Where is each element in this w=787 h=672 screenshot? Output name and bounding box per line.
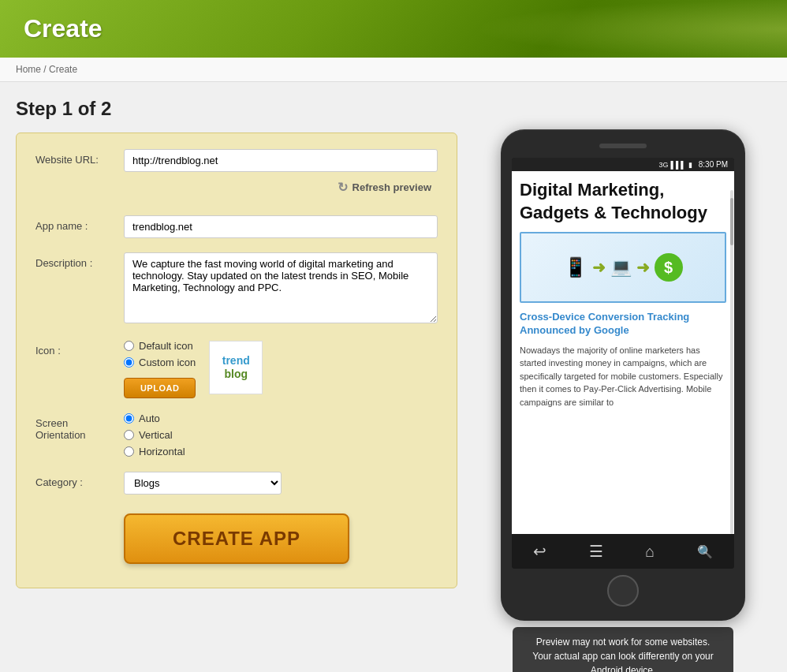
website-url-wrap: ↻ Refresh preview xyxy=(124,149,438,201)
category-select[interactable]: Blogs News Technology Business Entertain… xyxy=(124,472,282,495)
screen-orientation-row: Screen Orientation Auto Vertical Horizon… xyxy=(35,413,438,457)
left-panel: Step 1 of 2 Website URL: ↻ Refresh previ… xyxy=(16,98,457,588)
icon-row: Icon : Default icon Custom icon UPLOAD xyxy=(35,340,438,398)
header-title: Create xyxy=(24,14,763,43)
orientation-auto-radio[interactable] xyxy=(124,413,134,424)
app-name-input[interactable] xyxy=(124,215,438,238)
status-3g: 3G xyxy=(659,161,669,169)
nav-home-icon[interactable]: ⌂ xyxy=(645,543,655,561)
description-wrap xyxy=(124,252,438,326)
icon-word1: trend xyxy=(222,354,250,368)
app-name-wrap xyxy=(124,215,438,238)
orientation-vertical-option[interactable]: Vertical xyxy=(124,429,185,441)
main-container: Step 1 of 2 Website URL: ↻ Refresh previ… xyxy=(0,82,787,672)
category-wrap: Blogs News Technology Business Entertain… xyxy=(124,472,438,495)
custom-icon-radio[interactable] xyxy=(124,357,134,368)
orientation-vertical-label: Vertical xyxy=(139,429,173,441)
custom-icon-option[interactable]: Custom icon xyxy=(124,357,196,368)
orientation-vertical-radio[interactable] xyxy=(124,430,134,440)
phone-scrollbar xyxy=(730,190,733,534)
orientation-options: Auto Vertical Horizontal xyxy=(124,413,185,457)
screen-orientation-label: Screen Orientation xyxy=(35,413,114,441)
icon-label: Icon : xyxy=(35,340,114,357)
create-app-button[interactable]: CREATE APP xyxy=(124,513,349,564)
default-icon-label: Default icon xyxy=(139,340,193,352)
blog-title: Digital Marketing, Gadgets & Technology xyxy=(520,179,726,224)
refresh-icon: ↻ xyxy=(338,180,348,195)
description-input[interactable] xyxy=(124,252,438,323)
website-url-label: Website URL: xyxy=(35,149,114,166)
upload-button[interactable]: UPLOAD xyxy=(124,378,196,398)
status-signal: ▌▌▌ xyxy=(671,161,686,169)
breadcrumb-separator: / xyxy=(43,64,46,75)
website-url-input[interactable] xyxy=(124,149,438,172)
dollar-icon: $ xyxy=(655,253,683,282)
phone-speaker xyxy=(599,144,647,148)
nav-menu-icon[interactable]: ☰ xyxy=(589,542,603,561)
category-label: Category : xyxy=(35,472,114,488)
refresh-label: Refresh preview xyxy=(352,181,431,193)
breadcrumb-home-link[interactable]: Home xyxy=(16,64,41,75)
blog-image-placeholder: 📱 ➜ 💻 ➜ $ xyxy=(520,232,726,303)
trendblog-icon-preview: trend blog xyxy=(209,341,263,394)
category-row: Category : Blogs News Technology Busines… xyxy=(35,472,438,495)
preview-notice: Preview may not work for some websites. … xyxy=(513,627,733,672)
custom-icon-label: Custom icon xyxy=(139,357,196,368)
status-battery: ▮ xyxy=(688,161,692,169)
app-name-row: App name : xyxy=(35,215,438,238)
article-link-title: Cross-Device Conversion Tracking Announc… xyxy=(520,311,726,338)
page-header: Create xyxy=(0,0,787,58)
mobile-phone-icon: 📱 xyxy=(564,256,587,278)
refresh-preview-button[interactable]: ↻ Refresh preview xyxy=(331,177,438,198)
orientation-horizontal-label: Horizontal xyxy=(139,446,185,457)
default-icon-radio[interactable] xyxy=(124,341,134,351)
phone-home-button[interactable] xyxy=(607,575,639,607)
status-time: 8:30 PM xyxy=(699,160,728,169)
arrow-right-icon-2: ➜ xyxy=(636,258,650,277)
laptop-icon: 💻 xyxy=(610,257,632,278)
default-icon-option[interactable]: Default icon xyxy=(124,340,196,352)
arrow-right-icon: ➜ xyxy=(592,258,606,277)
nav-back-icon[interactable]: ↩ xyxy=(533,542,546,561)
phone-screen: 3G ▌▌▌ ▮ 8:30 PM Digital Marketing, Gadg… xyxy=(512,158,734,569)
orientation-horizontal-radio[interactable] xyxy=(124,446,134,457)
status-icons: 3G ▌▌▌ ▮ xyxy=(659,161,692,169)
description-row: Description : xyxy=(35,252,438,326)
phone-content: Digital Marketing, Gadgets & Technology … xyxy=(512,171,734,534)
app-name-label: App name : xyxy=(35,215,114,232)
icon-word2: blog xyxy=(224,368,248,381)
article-text: Nowadays the majority of online marketer… xyxy=(520,344,726,409)
orientation-auto-option[interactable]: Auto xyxy=(124,413,185,424)
phone-status-bar: 3G ▌▌▌ ▮ 8:30 PM xyxy=(512,158,734,171)
breadcrumb: Home / Create xyxy=(0,58,787,82)
breadcrumb-current: Create xyxy=(49,64,77,75)
refresh-row: ↻ Refresh preview xyxy=(124,177,438,198)
phone-device: 3G ▌▌▌ ▮ 8:30 PM Digital Marketing, Gadg… xyxy=(501,129,745,621)
icon-preview: trend blog xyxy=(208,340,263,395)
orientation-auto-label: Auto xyxy=(139,413,160,424)
phone-bottom-bar: ↩ ☰ ⌂ 🔍 xyxy=(512,534,734,569)
step-title: Step 1 of 2 xyxy=(16,98,457,120)
website-url-row: Website URL: ↻ Refresh preview xyxy=(35,149,438,201)
icon-options-wrap: Default icon Custom icon UPLOAD xyxy=(124,340,196,398)
phone-scrollbar-thumb xyxy=(730,198,733,245)
right-panel: 3G ▌▌▌ ▮ 8:30 PM Digital Marketing, Gadg… xyxy=(481,98,765,672)
form-panel: Website URL: ↻ Refresh preview App name … xyxy=(16,133,457,588)
orientation-horizontal-option[interactable]: Horizontal xyxy=(124,446,185,457)
icon-right: Default icon Custom icon UPLOAD trend bl… xyxy=(124,340,438,398)
blog-img-inner: 📱 ➜ 💻 ➜ $ xyxy=(564,253,683,282)
nav-search-icon[interactable]: 🔍 xyxy=(697,544,713,559)
description-label: Description : xyxy=(35,252,114,269)
